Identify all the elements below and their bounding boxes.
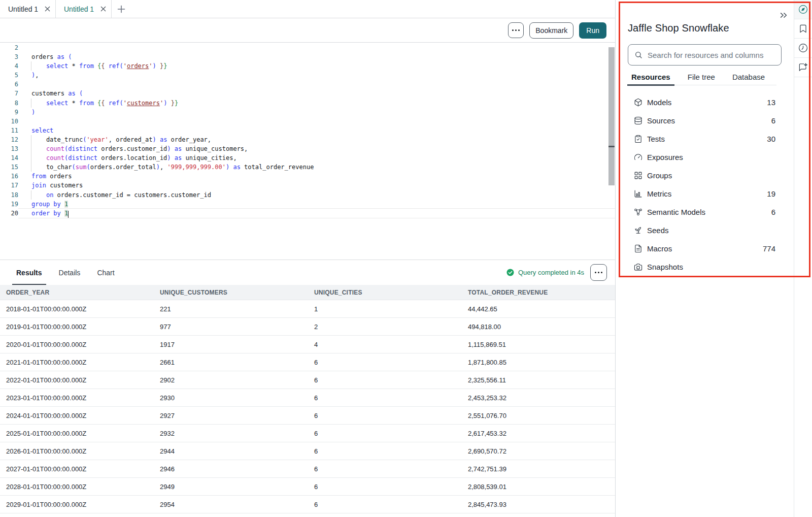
sidebar-title: Jaffle Shop Snowflake [628,22,782,34]
code-line-14[interactable]: 14 count(distinct orders.location_id) as… [0,153,615,163]
resource-item-macros[interactable]: Macros774 [628,239,782,257]
bookmark-button[interactable]: Bookmark [529,22,573,39]
sql-editor[interactable]: 23orders as (4 select * from {{ ref('ord… [0,43,615,260]
rail-button-explore[interactable] [794,0,812,19]
editor-scrollbar-thumb[interactable] [608,47,615,185]
code-line-16[interactable]: 16from orders [0,172,615,181]
table-row[interactable]: 2020-01-01T00:00:00.000Z191741,115,869.5… [0,336,615,353]
new-tab-button[interactable] [112,0,131,18]
resource-item-exposures[interactable]: Exposures [628,148,782,166]
code-line-18[interactable]: 18 on orders.customer_id = customers.cus… [0,190,615,200]
barchart-icon [634,189,642,198]
resource-item-groups[interactable]: Groups [628,166,782,184]
code-line-7[interactable]: 7customers as ( [0,89,615,98]
results-panel: ResultsDetailsChart Query completed in 4… [0,260,615,517]
table-row[interactable]: 2022-01-01T00:00:00.000Z290262,325,556.1… [0,371,615,389]
resource-item-label: Groups [647,171,672,180]
clipboard-icon [634,135,642,143]
resource-item-count: 774 [763,244,775,253]
code-line-content [18,117,615,126]
code-line-content [18,43,615,52]
sidebar-tab-database[interactable]: Database [728,69,769,85]
filetext-icon [634,244,642,253]
database-icon [634,116,642,125]
collapse-sidebar-icon[interactable] [779,11,788,19]
table-row[interactable]: 2029-01-01T00:00:00.000Z295462,845,473.9… [0,496,615,513]
code-line-10[interactable]: 10 [0,117,615,126]
table-cell: 1,115,869.51 [468,341,615,348]
gauge-icon [634,153,642,161]
rail-button-feedback[interactable] [794,58,812,77]
table-cell: 2927 [160,412,314,419]
code-line-4[interactable]: 4 select * from {{ ref('orders') }} [0,61,615,71]
rail-button-history[interactable] [794,39,812,58]
table-row[interactable]: 2028-01-01T00:00:00.000Z294962,808,539.0… [0,478,615,496]
code-line-15[interactable]: 15 to_char(sum(orders.order_total), '999… [0,163,615,172]
table-cell: 2932 [160,430,314,437]
results-tab-chart[interactable]: Chart [93,260,118,285]
resource-item-semantic-models[interactable]: Semantic Models6 [628,203,782,221]
table-cell: 2023-01-01T00:00:00.000Z [6,394,160,402]
code-line-6[interactable]: 6 [0,80,615,89]
resource-item-models[interactable]: Models13 [628,93,782,111]
resource-item-count: 30 [767,135,775,143]
resource-item-sources[interactable]: Sources6 [628,111,782,130]
code-line-3[interactable]: 3orders as ( [0,52,615,61]
table-row[interactable]: 2021-01-01T00:00:00.000Z266161,871,800.8… [0,353,615,371]
table-cell: 2946 [160,465,314,473]
resource-item-snapshots[interactable]: Snapshots [628,257,782,276]
code-line-content: ) [18,108,615,117]
resource-item-tests[interactable]: Tests30 [628,130,782,148]
sidebar-tab-resources[interactable]: Resources [627,69,674,85]
line-number: 14 [0,153,18,163]
editor-tab-1[interactable]: Untitled 1 [0,0,56,18]
results-tab-results[interactable]: Results [12,260,46,285]
line-number: 3 [0,52,18,61]
code-line-9[interactable]: 9) [0,108,615,117]
resource-item-label: Semantic Models [647,208,705,216]
table-cell: 44,442.65 [468,305,615,313]
line-number: 7 [0,89,18,98]
results-more-button[interactable] [590,264,607,281]
editor-more-button[interactable] [508,22,524,38]
table-row[interactable]: 2024-01-01T00:00:00.000Z292762,551,076.7… [0,407,615,425]
rail-button-bookmarks[interactable] [794,19,812,39]
table-row[interactable]: 2027-01-01T00:00:00.000Z294662,742,751.3… [0,460,615,478]
code-line-8[interactable]: 8 select * from {{ ref('customers') }} [0,99,615,108]
close-tab-icon[interactable] [100,6,106,12]
resource-item-metrics[interactable]: Metrics19 [628,184,782,203]
code-line-20[interactable]: 20order by 1 [0,209,615,218]
sprout-icon [634,226,642,235]
results-table-body: 2018-01-01T00:00:00.000Z221144,442.65201… [0,300,615,517]
line-number: 5 [0,71,18,80]
table-cell: 2 [314,323,468,331]
table-row[interactable]: 2025-01-01T00:00:00.000Z293262,617,453.3… [0,425,615,442]
table-cell: 2,808,539.01 [468,483,615,491]
code-line-17[interactable]: 17join customers [0,181,615,190]
line-number: 11 [0,126,18,135]
editor-tab-bar: Untitled 1Untitled 1 [0,0,615,18]
code-line-13[interactable]: 13 count(distinct orders.customer_id) as… [0,144,615,153]
code-line-19[interactable]: 19group by 1 [0,200,615,209]
resource-list: Models13Sources6Tests30ExposuresGroupsMe… [628,93,782,276]
code-line-11[interactable]: 11select [0,126,615,135]
table-row[interactable]: 2023-01-01T00:00:00.000Z293062,453,253.3… [0,389,615,407]
column-header: ORDER_YEAR [6,289,160,296]
code-line-5[interactable]: 5), [0,71,615,80]
table-cell: 6 [314,465,468,473]
editor-tab-2[interactable]: Untitled 1 [56,0,112,18]
search-input[interactable] [648,51,775,59]
resource-item-seeds[interactable]: Seeds [628,221,782,239]
sidebar-tab-file-tree[interactable]: File tree [684,69,719,85]
resources-sidebar: Jaffle Shop Snowflake ResourcesFile tree… [616,0,794,517]
table-cell: 2,453,253.32 [468,394,615,402]
table-row[interactable]: 2026-01-01T00:00:00.000Z294462,690,570.7… [0,442,615,460]
close-tab-icon[interactable] [45,6,50,12]
table-row[interactable]: 2019-01-01T00:00:00.000Z9772494,818.00 [0,318,615,336]
camera-icon [634,263,642,271]
run-button[interactable]: Run [579,22,606,39]
code-line-12[interactable]: 12 date_trunc('year', ordered_at) as ord… [0,135,615,144]
results-tab-details[interactable]: Details [55,260,85,285]
code-line-2[interactable]: 2 [0,43,615,52]
table-row[interactable]: 2018-01-01T00:00:00.000Z221144,442.65 [0,300,615,318]
